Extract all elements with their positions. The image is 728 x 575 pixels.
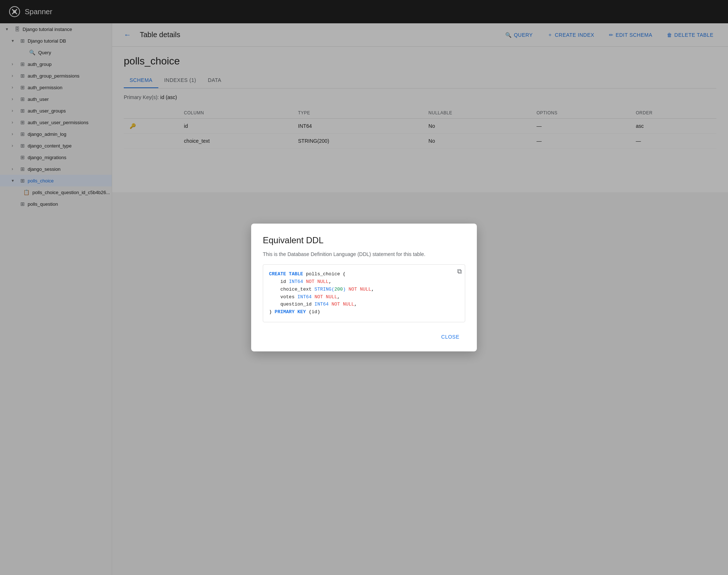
- modal-dialog: Equivalent DDL This is the Database Defi…: [251, 224, 477, 351]
- modal-code-area: ⧉ CREATE TABLE polls_choice ( id INT64 N…: [263, 264, 465, 322]
- close-button[interactable]: CLOSE: [435, 331, 465, 343]
- modal-overlay: Equivalent DDL This is the Database Defi…: [0, 0, 728, 575]
- copy-button[interactable]: ⧉: [457, 268, 462, 275]
- modal-description: This is the Database Definition Language…: [263, 251, 465, 257]
- modal-title: Equivalent DDL: [263, 235, 465, 245]
- modal-actions: CLOSE: [263, 331, 465, 343]
- ddl-code: CREATE TABLE polls_choice ( id INT64 NOT…: [269, 271, 459, 316]
- copy-icon: ⧉: [457, 268, 462, 275]
